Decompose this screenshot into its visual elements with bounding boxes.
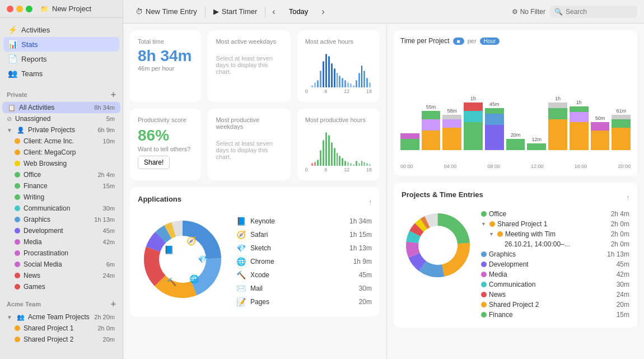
- sidebar-item-web-browsing[interactable]: Web Browsing: [0, 158, 123, 169]
- prev-date-button[interactable]: ‹: [268, 4, 279, 19]
- hour-bar-4: [317, 160, 319, 166]
- productivity-card: Productivity score 86% Want to tell othe…: [130, 109, 201, 180]
- sidebar-item-private-projects[interactable]: ▼ 👤 Private Projects 6h 9m: [0, 124, 123, 136]
- main-content: ⏱ New Time Entry ▶ Start Timer ‹ Today ›…: [123, 0, 644, 359]
- toolbar: ⏱ New Time Entry ▶ Start Timer ‹ Today ›…: [123, 0, 644, 24]
- toolbar-separator-2: [265, 6, 265, 17]
- sidebar-item-shared-project-2[interactable]: Shared Project 2 20m: [0, 334, 123, 345]
- sidebar-item-games[interactable]: Games: [0, 281, 123, 292]
- proj-row-development[interactable]: Development 45m: [481, 259, 629, 269]
- all-activities-time: 8h 34m: [94, 104, 115, 111]
- private-section: Private + 📋 All Activities 8h 34m ⊘ Unas…: [0, 85, 123, 295]
- item-left: Shared Project 1: [15, 324, 73, 332]
- activities-icon: ⚡: [8, 25, 17, 34]
- proj-name: Meeting with Tim: [505, 230, 556, 238]
- app-row-safari: 🧭 Safari 1h 15m: [236, 228, 372, 241]
- bar-segment-2: [485, 108, 504, 114]
- bar-segment-0: [612, 128, 631, 150]
- proj-row-26.10.21,-14:00:00–...[interactable]: 26.10.21, 14:00:00–... 2h 0m: [481, 239, 629, 249]
- sidebar-item-office[interactable]: Office 2h 4m: [0, 169, 123, 180]
- proj-row-media[interactable]: Media 42m: [481, 269, 629, 279]
- applications-label: Applications: [138, 195, 181, 203]
- new-time-entry-button[interactable]: ⏱ New Time Entry: [130, 4, 203, 18]
- sidebar-item-acme-projects[interactable]: ▼ 👥 Acme Team Projects 2h 20m: [0, 311, 123, 323]
- export-icon[interactable]: ↑: [368, 198, 372, 206]
- filter-area[interactable]: ⚙ No Filter: [512, 8, 545, 16]
- proj-row-graphics[interactable]: Graphics 1h 13m: [481, 249, 629, 259]
- bar-segment-0: [570, 122, 589, 150]
- proj-dot: [497, 231, 503, 237]
- bar-segment-1: [570, 112, 589, 122]
- dot-icon: [15, 194, 20, 200]
- filter-icon: ⚙: [512, 8, 518, 16]
- bar-stack: [570, 106, 589, 150]
- minimize-button[interactable]: [16, 6, 23, 12]
- project-pill[interactable]: ■: [453, 38, 464, 45]
- item-left: Social Media: [15, 260, 62, 268]
- sidebar-item-communication[interactable]: Communication 30m: [0, 203, 123, 214]
- sidebar-item-activities[interactable]: ⚡ Activities: [0, 22, 123, 37]
- hour-bar-5: [320, 71, 321, 87]
- proj-row-finance[interactable]: Finance 15m: [481, 310, 629, 320]
- share-button[interactable]: Share!: [138, 156, 170, 169]
- start-timer-button[interactable]: ▶ Start Timer: [208, 4, 263, 18]
- hour-bar-2: [311, 85, 313, 87]
- hour-bar-9: [331, 63, 333, 87]
- productive-x-labels: 061218: [305, 166, 372, 172]
- sidebar-item-media[interactable]: Media 42m: [0, 236, 123, 248]
- bar-value-label: 45m: [489, 101, 500, 107]
- filter-label: No Filter: [520, 8, 545, 16]
- proj-row-communication[interactable]: Communication 30m: [481, 279, 629, 290]
- sidebar-item-development[interactable]: Development 45m: [0, 225, 123, 236]
- item-left: Shared Project 2: [15, 335, 73, 343]
- sidebar-item-finance[interactable]: Finance 15m: [0, 180, 123, 192]
- total-time-card: Total time 8h 34m 46m per hour: [130, 30, 201, 102]
- sidebar-item-all-activities[interactable]: 📋 All Activities 8h 34m: [2, 102, 120, 113]
- proj-dot: [481, 211, 487, 217]
- bar-segment-2: [442, 115, 461, 119]
- sidebar-item-news[interactable]: News 24m: [0, 270, 123, 281]
- proj-left: ▼ Meeting with Tim: [489, 230, 556, 238]
- sidebar-item-reports[interactable]: 📄 Reports: [0, 52, 123, 66]
- bar-segment-0: [422, 130, 441, 150]
- all-activities-left: 📋 All Activities: [8, 104, 54, 111]
- hour-pill[interactable]: Hour: [480, 38, 500, 45]
- sidebar-item-stats[interactable]: 📊 Stats: [3, 37, 119, 52]
- sidebar-item-shared-project-1[interactable]: Shared Project 1 2h 0m: [0, 323, 123, 334]
- app-row-pages: 📝 Pages 20m: [236, 295, 372, 309]
- next-date-button[interactable]: ›: [317, 4, 329, 19]
- proj-dot: [481, 302, 487, 307]
- proj-time: 1h 13m: [607, 250, 629, 258]
- sidebar-item-procrastination[interactable]: Procrastination: [0, 248, 123, 259]
- search-box[interactable]: 🔍: [550, 6, 637, 18]
- proj-row-meeting-with-tim[interactable]: ▼ Meeting with Tim 2h 0m: [481, 229, 629, 239]
- sidebar-item-unassigned[interactable]: ⊘ Unassigned 5m: [0, 113, 123, 124]
- proj-row-shared-project-2[interactable]: Shared Project 2 20m: [481, 300, 629, 310]
- search-input[interactable]: [566, 8, 633, 16]
- sidebar-item-teams[interactable]: 👥 Teams: [0, 66, 123, 81]
- hour-bar-17: [353, 85, 354, 87]
- bar-value-label: 61m: [616, 108, 626, 114]
- sidebar-item-social-media[interactable]: Social Media 6m: [0, 259, 123, 270]
- hour-bar-11: [337, 73, 338, 87]
- maximize-button[interactable]: [26, 6, 32, 12]
- sidebar-item-writing[interactable]: Writing: [0, 192, 123, 203]
- proj-row-shared-project-1[interactable]: ▼ Shared Project 1 2h 0m: [481, 219, 629, 229]
- sidebar-item-graphics[interactable]: Graphics 1h 13m: [0, 214, 123, 225]
- bar-group-0: [400, 60, 419, 150]
- bar-stack: [485, 108, 504, 150]
- export-projects-icon[interactable]: ↑: [626, 194, 629, 202]
- bar-segment-2: [612, 115, 631, 119]
- proj-row-news[interactable]: News 24m: [481, 290, 629, 300]
- sidebar-item-client:-acme-inc.[interactable]: Client: Acme Inc. 10m: [0, 136, 123, 147]
- private-label: Private: [7, 91, 27, 98]
- svg-text:🧭: 🧭: [186, 236, 197, 246]
- proj-left: Shared Project 2: [481, 301, 539, 309]
- most-productive-weekdays-text: Select at least seven days to display th…: [216, 133, 282, 160]
- add-private-button[interactable]: +: [111, 90, 116, 100]
- projects-entries-card: Projects & Time Entries ↑: [394, 183, 637, 328]
- sidebar-item-client:-megacorp[interactable]: Client: MegaCorp: [0, 147, 123, 158]
- proj-row-office[interactable]: Office 2h 4m: [481, 209, 629, 219]
- add-acme-button[interactable]: +: [111, 299, 116, 309]
- close-button[interactable]: [7, 6, 13, 12]
